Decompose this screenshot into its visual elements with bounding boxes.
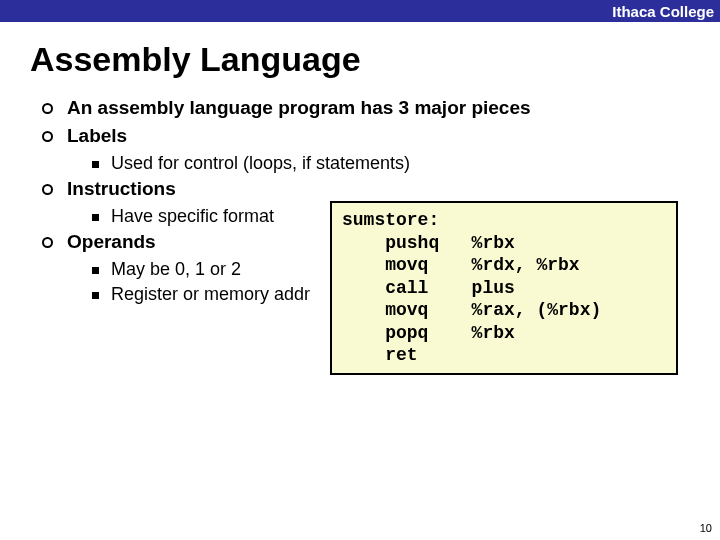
sub-bullet-text: Have specific format (111, 206, 274, 227)
bullet-text: Operands (67, 231, 156, 253)
bullet-text: Instructions (67, 178, 176, 200)
square-bullet-icon (92, 161, 99, 168)
circle-bullet-icon (42, 131, 53, 142)
code-line: movq %rax, (%rbx) (342, 299, 666, 322)
code-line: call plus (342, 277, 666, 300)
bullet-text: Labels (67, 125, 127, 147)
bullet-item: An assembly language program has 3 major… (42, 97, 720, 119)
header-org: Ithaca College (612, 3, 714, 20)
code-line: sumstore: (342, 209, 666, 232)
sub-bullet-text: Register or memory addr (111, 284, 310, 305)
bullet-text: An assembly language program has 3 major… (67, 97, 531, 119)
circle-bullet-icon (42, 237, 53, 248)
circle-bullet-icon (42, 103, 53, 114)
circle-bullet-icon (42, 184, 53, 195)
slide-title: Assembly Language (30, 40, 720, 79)
bullet-item: Labels (42, 125, 720, 147)
square-bullet-icon (92, 267, 99, 274)
page-number: 10 (700, 522, 712, 534)
code-line: ret (342, 344, 666, 367)
code-box: sumstore: pushq %rbx movq %rdx, %rbx cal… (330, 201, 678, 375)
sub-bullet-text: May be 0, 1 or 2 (111, 259, 241, 280)
code-line: movq %rdx, %rbx (342, 254, 666, 277)
sub-bullet-text: Used for control (loops, if statements) (111, 153, 410, 174)
bullet-item: Instructions (42, 178, 720, 200)
header-bar: Ithaca College (0, 0, 720, 22)
code-line: pushq %rbx (342, 232, 666, 255)
code-line: popq %rbx (342, 322, 666, 345)
square-bullet-icon (92, 214, 99, 221)
sub-bullet-item: Used for control (loops, if statements) (92, 153, 720, 174)
square-bullet-icon (92, 292, 99, 299)
